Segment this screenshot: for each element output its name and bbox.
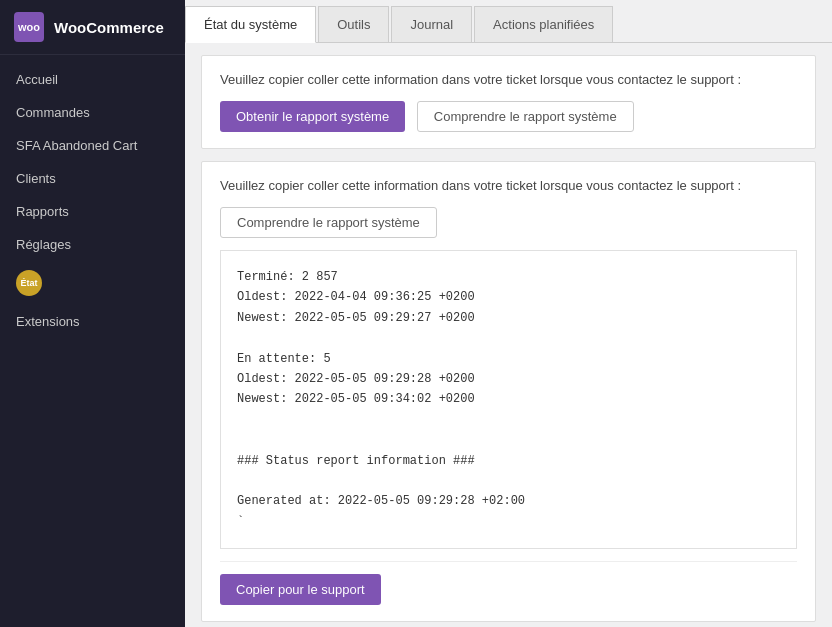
copy-support-button[interactable]: Copier pour le support	[220, 574, 381, 605]
sidebar-item-commandes[interactable]: Commandes	[0, 96, 185, 129]
sidebar-nav: Accueil Commandes SFA Abandoned Cart Cli…	[0, 55, 185, 346]
main-content: État du système Outils Journal Actions p…	[185, 0, 832, 627]
etat-badge: État	[16, 270, 42, 296]
card-report-content: Veuillez copier coller cette information…	[201, 161, 816, 622]
sidebar-item-etat[interactable]: État	[0, 261, 185, 305]
sidebar-item-sfa[interactable]: SFA Abandoned Cart	[0, 129, 185, 162]
get-report-button[interactable]: Obtenir le rapport système	[220, 101, 405, 132]
card2-info-text: Veuillez copier coller cette information…	[220, 178, 797, 193]
sidebar-item-accueil[interactable]: Accueil	[0, 63, 185, 96]
card2-footer: Copier pour le support	[220, 561, 797, 605]
understand-report-button-1[interactable]: Comprendre le rapport système	[417, 101, 634, 132]
card1-actions: Obtenir le rapport système Comprendre le…	[220, 101, 797, 132]
report-code-block: Terminé: 2 857 Oldest: 2022-04-04 09:36:…	[220, 250, 797, 549]
card1-info-text: Veuillez copier coller cette information…	[220, 72, 797, 87]
sidebar-item-clients[interactable]: Clients	[0, 162, 185, 195]
tabs-bar: État du système Outils Journal Actions p…	[185, 0, 832, 43]
page-body: Veuillez copier coller cette information…	[185, 43, 832, 627]
woo-logo: woo	[14, 12, 44, 42]
tab-etat-systeme[interactable]: État du système	[185, 6, 316, 43]
sidebar-title: WooCommerce	[54, 19, 164, 36]
sidebar-header: woo WooCommerce	[0, 0, 185, 55]
understand-report-button-2[interactable]: Comprendre le rapport système	[220, 207, 437, 238]
sidebar-item-extensions[interactable]: Extensions	[0, 305, 185, 338]
sidebar-item-rapports[interactable]: Rapports	[0, 195, 185, 228]
card2-actions-top: Comprendre le rapport système	[220, 207, 797, 238]
tab-actions-planifiees[interactable]: Actions planifiées	[474, 6, 613, 42]
sidebar: woo WooCommerce Accueil Commandes SFA Ab…	[0, 0, 185, 627]
card-report-buttons: Veuillez copier coller cette information…	[201, 55, 816, 149]
sidebar-item-reglages[interactable]: Réglages	[0, 228, 185, 261]
tab-outils[interactable]: Outils	[318, 6, 389, 42]
tab-journal[interactable]: Journal	[391, 6, 472, 42]
